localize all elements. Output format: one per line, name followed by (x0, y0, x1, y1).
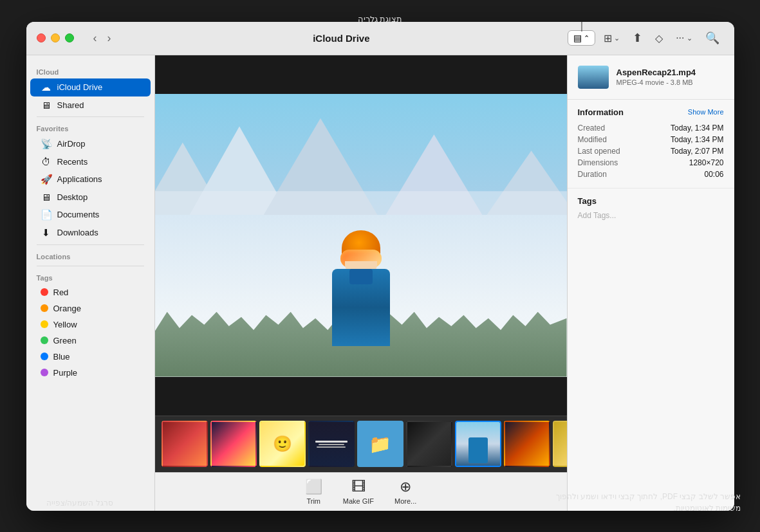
thumbnail-2[interactable] (210, 421, 257, 467)
add-tags-field[interactable]: Add Tags... (578, 211, 724, 220)
thumbnail-7-selected[interactable] (455, 421, 501, 467)
sidebar-tag-red[interactable]: Red (30, 284, 151, 300)
inspector-panel: AspenRecap21.mp4 MPEG-4 movie - 3.8 MB I… (567, 55, 734, 511)
more-options-button[interactable]: ··· ⌄ (671, 29, 696, 47)
locations-section-label: Locations (26, 248, 154, 263)
toolbar-right: ▤ ⌃ תצוגת גלריה ⊞ ⌄ ⬆ ◇ ··· ⌄ (568, 28, 723, 48)
center-panel: 🙂 📁 (155, 55, 567, 511)
trim-button[interactable]: ⬜ Trim (305, 479, 322, 505)
created-value: Today, 1:34 PM (671, 124, 724, 133)
sidebar-item-label: Applications (57, 174, 102, 184)
view-options-button[interactable]: ⊞ ⌄ (599, 29, 624, 48)
trim-label: Trim (306, 497, 320, 505)
sidebar-tag-green[interactable]: Green (30, 333, 151, 349)
gallery-area[interactable] (155, 55, 567, 416)
more-icon: ⊕ (400, 479, 411, 495)
nav-buttons: ‹ › (89, 30, 115, 46)
tags-section: Tags Add Tags... (568, 188, 734, 228)
sidebar-item-recents[interactable]: ⏱ Recents (30, 153, 151, 170)
sidebar-item-applications[interactable]: 🚀 Applications (30, 170, 151, 188)
desktop-icon: 🖥 (41, 192, 52, 203)
documents-icon: 📄 (41, 209, 52, 221)
sidebar-tag-orange[interactable]: Orange (30, 300, 151, 316)
sidebar-item-desktop[interactable]: 🖥 Desktop (30, 188, 151, 206)
finder-window: ‹ › iCloud Drive ▤ ⌃ תצוגת גלריה ⊞ ⌄ ⬆ (26, 22, 734, 511)
trim-icon: ⬜ (305, 479, 322, 495)
tag-icon: ◇ (655, 32, 663, 44)
thumbnail-3[interactable]: 🙂 (259, 421, 306, 467)
traffic-lights (37, 33, 74, 42)
sidebar-item-label: Documents (57, 210, 100, 219)
back-button[interactable]: ‹ (89, 30, 101, 46)
maximize-button[interactable] (65, 33, 74, 42)
info-row-lastopened: Last opened Today, 2:07 PM (578, 145, 724, 157)
grid-icon: ⊞ (604, 32, 612, 44)
sidebar-tag-blue[interactable]: Blue (30, 349, 151, 365)
duration-key: Duration (578, 170, 607, 179)
sidebar-item-icloud-drive[interactable]: ☁ iCloud Drive (30, 78, 151, 96)
file-type: MPEG-4 movie - 3.8 MB (616, 78, 724, 86)
tag-purple-label: Purple (53, 368, 78, 378)
thumbnail-1[interactable] (162, 421, 208, 467)
sidebar-item-label: Shared (57, 100, 84, 110)
tag-button[interactable]: ◇ (651, 29, 667, 48)
titlebar: ‹ › iCloud Drive ▤ ⌃ תצוגת גלריה ⊞ ⌄ ⬆ (26, 22, 734, 55)
created-key: Created (578, 124, 606, 133)
makegif-label: Make GIF (343, 497, 374, 505)
file-name: AspenRecap21.mp4 (616, 68, 724, 77)
thumbnail-8[interactable] (504, 421, 550, 467)
modified-key: Modified (578, 135, 607, 144)
red-dot-icon (41, 288, 48, 296)
thumbnail-6[interactable] (406, 421, 452, 467)
sidebar-item-label: AirDrop (57, 139, 86, 149)
gallery-view-button[interactable]: ▤ ⌃ (568, 30, 595, 46)
minimize-button[interactable] (51, 33, 60, 42)
sidebar-tag-purple[interactable]: Purple (30, 365, 151, 381)
tag-red-label: Red (53, 288, 69, 297)
applications-icon: 🚀 (41, 174, 52, 185)
recents-icon: ⏱ (41, 156, 52, 167)
information-title: Information (578, 107, 624, 117)
thumbnail-strip: 🙂 📁 (155, 416, 567, 472)
show-more-button[interactable]: Show More (688, 108, 724, 116)
sidebar-item-airdrop[interactable]: 📡 AirDrop (30, 135, 151, 153)
shared-icon: 🖥 (41, 100, 52, 111)
lastopened-key: Last opened (578, 147, 620, 156)
separator-2 (37, 244, 144, 245)
airdrop-icon: 📡 (41, 138, 52, 150)
sidebar: iCloud ☁ iCloud Drive 🖥 Shared Favorites… (26, 55, 155, 511)
thumbnail-5[interactable]: 📁 (357, 421, 403, 467)
orange-dot-icon (41, 304, 48, 312)
lastopened-value: Today, 2:07 PM (671, 147, 724, 156)
tag-green-label: Green (53, 336, 77, 345)
chevron-down-icon: ⌄ (614, 34, 620, 42)
sidebar-tag-yellow[interactable]: Yellow (30, 316, 151, 333)
thumbnail-4[interactable] (308, 421, 355, 467)
yellow-dot-icon (41, 320, 48, 328)
more-actions-button[interactable]: ⊕ More... (394, 479, 416, 505)
thumbnail-9[interactable] (553, 421, 567, 467)
action-bar: ⬜ Trim 🎞 Make GIF ⊕ More... (155, 472, 567, 511)
close-button[interactable] (37, 33, 46, 42)
forward-button[interactable]: › (104, 30, 115, 46)
search-button[interactable]: 🔍 (701, 28, 724, 48)
sidebar-item-label: iCloud Drive (57, 82, 103, 92)
dimensions-key: Dimensions (578, 158, 618, 167)
more-label: More... (394, 497, 416, 505)
window-title: iCloud Drive (123, 33, 561, 44)
sidebar-item-documents[interactable]: 📄 Documents (30, 206, 151, 224)
tags-section-label: Tags (26, 269, 154, 284)
sidebar-item-downloads[interactable]: ⬇ Downloads (30, 224, 151, 242)
make-gif-button[interactable]: 🎞 Make GIF (343, 479, 374, 505)
sidebar-item-shared[interactable]: 🖥 Shared (30, 96, 151, 114)
icloud-section-label: iCloud (26, 63, 154, 78)
file-thumbnail (578, 66, 609, 89)
tags-title: Tags (578, 196, 724, 206)
search-icon: 🔍 (705, 31, 719, 45)
main-content: iCloud ☁ iCloud Drive 🖥 Shared Favorites… (26, 55, 734, 511)
share-icon: ⬆ (633, 31, 642, 45)
share-button[interactable]: ⬆ (628, 28, 647, 48)
chevron-down-icon-2: ⌄ (687, 34, 692, 42)
info-section-header: Information Show More (578, 107, 724, 117)
separator (37, 116, 144, 117)
